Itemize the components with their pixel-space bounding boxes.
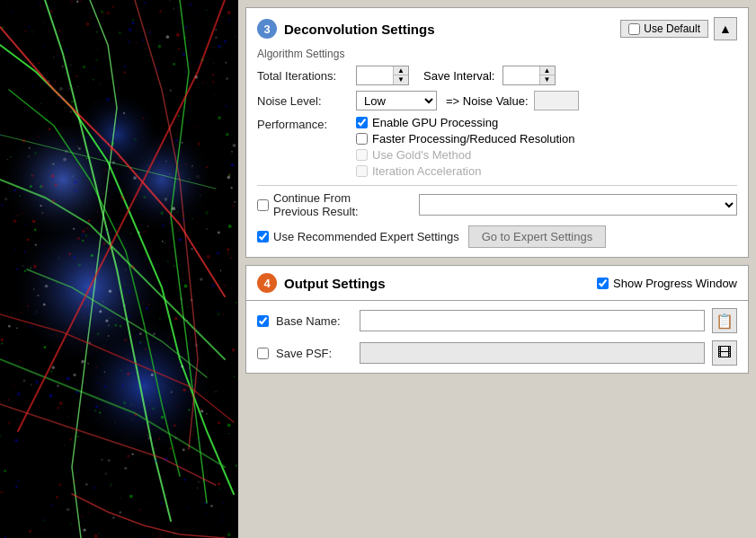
use-default-button[interactable]: Use Default [620, 20, 708, 38]
performance-row: Performance: Enable GPU Processing Faste… [257, 116, 737, 178]
go-to-expert-button[interactable]: Go to Expert Settings [468, 225, 607, 248]
performance-options: Enable GPU Processing Faster Processing/… [356, 116, 574, 178]
output-badge: 4 [257, 273, 277, 293]
total-iterations-label: Total Iterations: [257, 69, 356, 83]
golds-method-checkbox [356, 149, 368, 161]
gpu-row: Enable GPU Processing [356, 116, 574, 129]
header-right: Use Default ▲ [620, 17, 737, 40]
algorithm-settings-label: Algorithm Settings [257, 48, 737, 60]
show-progress-group: Show Progress Window [597, 277, 737, 290]
base-name-row: Base Name: Pollen.seq 📋 [257, 308, 737, 333]
save-psf-file-button[interactable]: 🎞 [712, 340, 737, 366]
save-psf-file-icon: 🎞 [717, 345, 732, 361]
noise-level-select[interactable]: Low Medium High [356, 91, 437, 110]
collapse-button[interactable]: ▲ [714, 17, 737, 40]
use-default-label: Use Default [644, 22, 700, 35]
show-progress-checkbox[interactable] [597, 278, 609, 289]
noise-value-label: => Noise Value: [446, 94, 529, 108]
deconvolution-section: 3 Deconvolution Settings Use Default ▲ A… [245, 7, 749, 258]
save-psf-row: Save PSF: 🎞 [257, 340, 737, 366]
performance-label: Performance: [257, 116, 356, 131]
microscopy-image [0, 0, 238, 538]
save-interval-arrows: ▲ ▼ [539, 66, 555, 84]
base-name-file-icon: 📋 [716, 313, 734, 330]
deconvolution-title: Deconvolution Settings [284, 22, 620, 37]
enable-gpu-checkbox[interactable] [356, 117, 368, 128]
golds-method-row: Use Gold's Method [356, 148, 574, 162]
use-default-checkbox[interactable] [628, 23, 640, 35]
total-iterations-up[interactable]: ▲ [394, 66, 408, 75]
divider [257, 185, 737, 186]
faster-processing-checkbox[interactable] [356, 133, 368, 145]
continue-dropdown[interactable] [419, 194, 737, 216]
settings-panel: 3 Deconvolution Settings Use Default ▲ A… [238, 0, 756, 538]
expert-row: Use Recommended Expert Settings Go to Ex… [257, 225, 737, 248]
deconvolution-badge: 3 [257, 19, 277, 39]
iteration-accel-label: Iteration Acceleration [372, 164, 481, 178]
save-interval-up[interactable]: ▲ [540, 66, 555, 75]
faster-processing-label: Faster Processing/Reduced Resolution [372, 132, 574, 146]
save-interval-input[interactable]: 10 [503, 66, 539, 84]
expert-text: Use Recommended Expert Settings [273, 230, 459, 243]
continue-text: Continue FromPrevious Result: [273, 191, 359, 218]
output-body: Base Name: Pollen.seq 📋 Save PSF: 🎞 [245, 301, 749, 374]
base-name-label: Base Name: [276, 314, 352, 328]
noise-level-label: Noise Level: [257, 94, 356, 108]
noise-value-input: 2 [534, 91, 579, 110]
noise-row: Noise Level: Low Medium High => Noise Va… [257, 91, 737, 110]
continue-label-group: Continue FromPrevious Result: [257, 191, 410, 218]
enable-gpu-label: Enable GPU Processing [372, 116, 498, 129]
output-section: 4 Output Settings Show Progress Window B… [245, 265, 749, 374]
save-psf-checkbox[interactable] [257, 348, 269, 359]
iteration-accel-row: Iteration Acceleration [356, 164, 574, 178]
output-header: 4 Output Settings Show Progress Window [245, 265, 749, 301]
output-title: Output Settings [284, 276, 597, 291]
base-name-input[interactable]: Pollen.seq [360, 310, 705, 331]
show-progress-label: Show Progress Window [613, 277, 737, 290]
total-iterations-spinner[interactable]: 10 ▲ ▼ [356, 66, 409, 85]
total-iterations-arrows: ▲ ▼ [393, 66, 408, 84]
save-psf-input[interactable] [360, 342, 705, 364]
iteration-accel-checkbox [356, 165, 368, 177]
base-name-file-button[interactable]: 📋 [712, 308, 737, 333]
faster-processing-row: Faster Processing/Reduced Resolution [356, 132, 574, 146]
image-panel [0, 0, 238, 538]
base-name-checkbox[interactable] [257, 315, 269, 327]
continue-row: Continue FromPrevious Result: [257, 191, 737, 218]
total-iterations-input[interactable]: 10 [357, 66, 393, 84]
save-interval-spinner[interactable]: 10 ▲ ▼ [503, 66, 556, 85]
save-psf-label: Save PSF: [276, 347, 352, 360]
save-interval-label: Save Interval: [423, 69, 495, 83]
expert-label-group: Use Recommended Expert Settings [257, 230, 459, 243]
golds-method-label: Use Gold's Method [372, 148, 471, 162]
total-iterations-down[interactable]: ▼ [394, 75, 408, 84]
continue-checkbox[interactable] [257, 199, 269, 211]
iterations-row: Total Iterations: 10 ▲ ▼ Save Interval: … [257, 66, 737, 85]
use-recommended-checkbox[interactable] [257, 231, 269, 243]
save-interval-down[interactable]: ▼ [540, 75, 555, 84]
deconvolution-header: 3 Deconvolution Settings Use Default ▲ [257, 17, 737, 40]
